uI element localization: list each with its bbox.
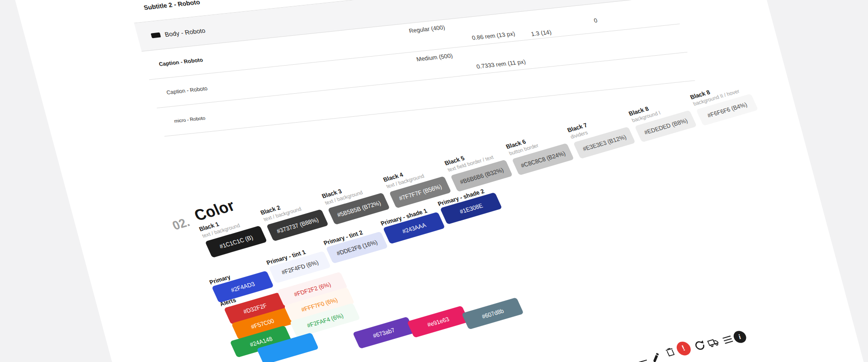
swatch-column: Primary - tint 2#DDE2F8 (16%): [322, 224, 388, 263]
style-guide-sheet: Subtitle 1 - RobotoRegular (400)0.86 rem…: [0, 0, 868, 362]
type-style-name: micro - Roboto: [174, 115, 206, 124]
swatch-column: Black 8background I#EDEDED (B8%): [627, 95, 697, 142]
swatch-column: Black 7dividers#E3E3E3 (B12%): [566, 111, 635, 159]
swatch-column: Primary - shade 1#243AAA: [380, 205, 445, 244]
color-chip[interactable]: #e91e63: [407, 305, 469, 338]
type-style-name: Body - Roboto: [164, 27, 206, 38]
type-style-name: Subtitle 2 - Roboto: [143, 0, 201, 11]
swatch-column: Black 3text / background#5B5B5B (B72%): [321, 177, 390, 225]
swatch-column: Black 8background II / hover#F6F6F6 (B4%…: [689, 78, 758, 126]
swatch-column: Black 6button border#C8C8C8 (B24%): [505, 128, 574, 175]
color-chip[interactable]: #607d8b: [462, 297, 524, 329]
type-style-name: Caption - Roboto: [165, 85, 208, 95]
swatch-column: Black 5text field border / text#B6B6B6 (…: [443, 144, 513, 192]
color-chip[interactable]: #673ab7: [353, 317, 415, 349]
menu-icon: [638, 358, 650, 362]
swatch-column: Black 2text / background#373737 (B88%): [259, 194, 329, 241]
section-number: 02.: [170, 215, 192, 233]
type-style-name: Caption - Roboto: [158, 57, 203, 67]
selected-style-swatch-icon: [151, 33, 161, 38]
